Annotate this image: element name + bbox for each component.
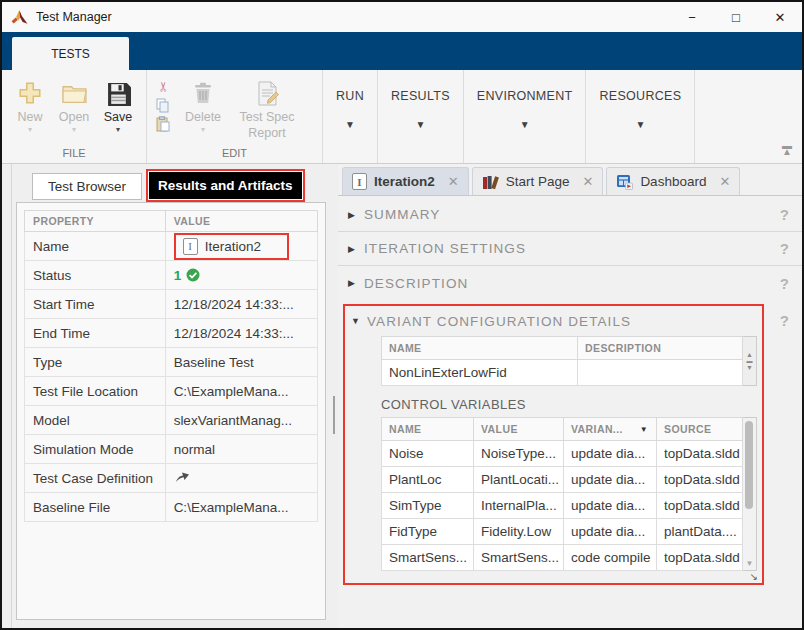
help-icon[interactable]: ? (780, 240, 789, 257)
run-group-button[interactable]: RUN ▼ (323, 70, 378, 163)
expand-caret-icon: ▶ (348, 210, 364, 220)
table-row[interactable]: FidType Fidelity.Low update dia... plant… (382, 519, 743, 545)
results-group-button[interactable]: RESULTS ▼ (378, 70, 464, 163)
sort-caret-icon: ▼ (640, 425, 648, 434)
delete-button[interactable]: Delete ▾ (175, 74, 231, 134)
close-tab-icon[interactable]: ✕ (719, 174, 730, 189)
tab-tests[interactable]: TESTS (12, 37, 129, 70)
panel-splitter[interactable] (330, 164, 338, 628)
help-icon[interactable]: ? (780, 312, 789, 329)
value-column-header[interactable]: VALUE (165, 211, 317, 232)
new-button[interactable]: New ▾ (8, 74, 52, 134)
section-iteration-settings[interactable]: ▶ ITERATION SETTINGS ? (338, 232, 802, 266)
cv-variant-header[interactable]: VARIAN...▼ (564, 418, 657, 441)
edit-group-label: EDIT (153, 145, 316, 163)
cv-name-header[interactable]: NAME (382, 418, 474, 441)
table-row[interactable]: SmartSens... SmartSens... code compile t… (382, 545, 743, 571)
test-spec-report-label: Test SpecReport (240, 110, 295, 141)
table-row[interactable]: Name I Iteration2 (25, 232, 318, 261)
help-icon[interactable]: ? (780, 206, 789, 223)
file-group: New ▾ Open ▾ Save ▾ FI (2, 70, 147, 163)
config-description-header[interactable]: DESCRIPTION (578, 337, 743, 360)
table-row[interactable]: Baseline File C:\ExampleMana... (25, 493, 318, 522)
tab-iteration2[interactable]: I Iteration2 ✕ (342, 167, 469, 195)
delete-dropdown-caret-icon[interactable]: ▾ (201, 125, 205, 134)
tab-test-browser[interactable]: Test Browser (32, 173, 142, 200)
new-dropdown-caret-icon[interactable]: ▾ (28, 125, 32, 134)
close-tab-icon[interactable]: ✕ (448, 174, 459, 189)
help-icon[interactable]: ? (780, 275, 789, 292)
scroll-down-icon[interactable]: ▼ (743, 559, 756, 568)
test-spec-report-button[interactable]: Test SpecReport (231, 74, 303, 141)
section-summary[interactable]: ▶ SUMMARY ? (338, 198, 802, 232)
variant-config-table: NAME DESCRIPTION NonLinExterLowFid ▲▬▼ (381, 336, 762, 386)
section-variant-configuration-details: ? ▼ VARIANT CONFIGURATION DETAILS N (338, 304, 802, 585)
tab-start-page[interactable]: Start Page ✕ (472, 167, 604, 195)
cv-value-header[interactable]: VALUE (474, 418, 564, 441)
close-icon[interactable]: ✕ (758, 2, 802, 32)
config-name-header[interactable]: NAME (382, 337, 578, 360)
paste-icon[interactable] (155, 116, 171, 132)
table-row[interactable]: Test Case Definition (25, 464, 318, 493)
control-variables-label: CONTROL VARIABLES (381, 397, 762, 412)
run-dropdown-caret-icon: ▼ (345, 119, 355, 130)
table-row[interactable]: Simulation Mode normal (25, 435, 318, 464)
config-table-scrollbar[interactable]: ▲▬▼ (743, 336, 757, 386)
trash-icon (192, 78, 214, 108)
section-description[interactable]: ▶ DESCRIPTION ? (338, 266, 802, 300)
save-dropdown-caret-icon[interactable]: ▾ (116, 125, 120, 134)
save-label: Save (104, 110, 133, 124)
file-group-label: FILE (8, 145, 140, 163)
results-property-panel: PROPERTY VALUE Name I Iteration2 (16, 202, 326, 620)
save-floppy-icon (106, 78, 131, 108)
name-value: Iteration2 (205, 239, 261, 254)
table-row[interactable]: Noise NoiseType... update dia... topData… (382, 441, 743, 467)
table-row[interactable]: End Time 12/18/2024 14:33:... (25, 319, 318, 348)
property-column-header[interactable]: PROPERTY (25, 211, 166, 232)
variant-section-header[interactable]: ▼ VARIANT CONFIGURATION DETAILS (345, 306, 762, 336)
goto-definition-arrow-icon[interactable] (174, 469, 191, 484)
tab-dashboard[interactable]: Dashboard ✕ (606, 167, 740, 195)
variant-highlight-box: ▼ VARIANT CONFIGURATION DETAILS NAME DES… (343, 304, 764, 585)
table-row[interactable]: Status 1 (25, 261, 318, 290)
new-plus-icon (17, 78, 43, 108)
save-button[interactable]: Save ▾ (96, 74, 140, 134)
resize-grip-icon[interactable]: ↘ (750, 571, 758, 582)
collapse-caret-icon: ▼ (351, 316, 367, 326)
maximize-icon[interactable]: □ (714, 2, 758, 32)
cut-icon[interactable]: ✂ (155, 78, 171, 94)
name-value-highlight-box: I Iteration2 (174, 233, 289, 260)
table-row[interactable]: Model slexVariantManag... (25, 406, 318, 435)
open-label: Open (59, 110, 90, 124)
left-panel-tabs: Test Browser Results and Artifacts (16, 164, 326, 200)
minimize-icon[interactable]: − (670, 2, 714, 32)
collapse-ribbon-icon[interactable]: ▬▲ (782, 143, 792, 155)
left-panel: Test Browser Results and Artifacts PROPE… (12, 164, 330, 628)
iteration-icon: I (183, 238, 198, 255)
results-dropdown-caret-icon: ▼ (415, 119, 425, 130)
control-table-scrollbar[interactable]: ▼ ↘ (743, 417, 757, 571)
expand-caret-icon: ▶ (348, 244, 364, 254)
table-row[interactable]: SimType InternalPla... update dia... top… (382, 493, 743, 519)
table-row[interactable]: NonLinExterLowFid (382, 360, 743, 386)
environment-group-button[interactable]: ENVIRONMENT ▼ (464, 70, 587, 163)
table-row[interactable]: Start Time 12/18/2024 14:33:... (25, 290, 318, 319)
table-row[interactable]: PlantLoc PlantLocati... update dia... to… (382, 467, 743, 493)
resources-group-button[interactable]: RESOURCES ▼ (586, 70, 695, 163)
scrollbar-thumb[interactable] (745, 421, 753, 509)
iteration-doc-icon: I (352, 173, 367, 190)
property-table-header: PROPERTY VALUE (25, 211, 318, 232)
environment-label: ENVIRONMENT (477, 89, 573, 103)
document-area: I Iteration2 ✕ Start Page ✕ (338, 164, 802, 628)
table-row[interactable]: Test File Location C:\ExampleMana... (25, 377, 318, 406)
copy-icon[interactable] (155, 97, 171, 113)
property-table: PROPERTY VALUE Name I Iteration2 (24, 210, 318, 522)
pass-check-icon (186, 268, 200, 282)
cv-source-header[interactable]: SOURCE (657, 418, 743, 441)
open-button[interactable]: Open ▾ (52, 74, 96, 134)
tab-results-and-artifacts[interactable]: Results and Artifacts (149, 172, 302, 199)
ribbon-bar: TESTS (2, 32, 802, 70)
close-tab-icon[interactable]: ✕ (582, 174, 593, 189)
table-row[interactable]: Type Baseline Test (25, 348, 318, 377)
open-dropdown-caret-icon[interactable]: ▾ (72, 125, 76, 134)
